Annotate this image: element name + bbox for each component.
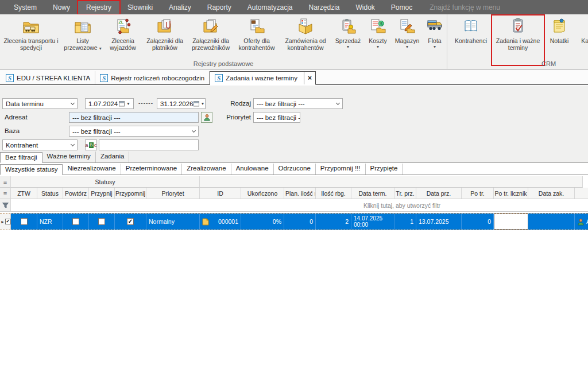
menu-item-system[interactable]: System xyxy=(6,1,45,14)
calendar-picker-icon[interactable]: ▼ xyxy=(194,100,205,107)
column-header-przypomnij[interactable]: Przypomnij xyxy=(115,188,146,199)
dropdown-arrow-icon: ▾ xyxy=(406,44,408,49)
cell-plan-ilosc[interactable]: 0 xyxy=(284,214,316,230)
column-header-przypnij[interactable]: Przypnij xyxy=(89,188,115,199)
ribbon-button-koszty[interactable]: $ Koszty ▾ xyxy=(364,15,392,60)
column-header-priorytet[interactable]: Priorytet xyxy=(146,188,200,199)
calendar-picker-icon[interactable]: ▼ xyxy=(119,100,130,107)
select-person-button[interactable] xyxy=(201,112,212,123)
status-tab-przypomnij[interactable]: Przypomnij !!! xyxy=(316,164,366,174)
menu-item-raporty[interactable]: Raporty xyxy=(199,1,239,14)
cell-ukonczono[interactable]: 0% xyxy=(241,214,284,230)
cell-ilosc-rbg[interactable]: 2 xyxy=(316,214,351,230)
status-tab-niezrealizowane[interactable]: Niezrealizowane xyxy=(63,164,121,174)
cell-id[interactable]: 000001 xyxy=(200,214,241,230)
rodzaj-combobox[interactable]: --- bez filtracji --- xyxy=(253,98,343,109)
ribbon-button-oferty[interactable]: Oferty dla kontrahentów xyxy=(234,15,279,60)
powtorz-checkbox[interactable] xyxy=(72,218,79,225)
ribbon-button-zlecenia-wyjazdow[interactable]: ZL Zlecenia wyjazdów xyxy=(103,15,142,60)
column-header-ztw[interactable]: ZTW xyxy=(11,188,37,199)
ribbon-button-zadania-wazne-terminy[interactable]: Zadania i ważne terminy xyxy=(492,15,544,65)
cell-tr-prz[interactable]: 1 xyxy=(394,214,416,230)
row-select-checkbox[interactable] xyxy=(5,219,11,224)
cell-przypomnij[interactable] xyxy=(115,214,146,230)
menu-item-narzedzia[interactable]: Narzędzia xyxy=(300,1,347,14)
column-header-po-tr[interactable]: Po tr. xyxy=(462,188,494,199)
column-header-status[interactable]: Status xyxy=(37,188,63,199)
column-header-id[interactable]: ID xyxy=(200,188,241,199)
column-header-data-term[interactable]: Data term. xyxy=(351,188,394,199)
ribbon-button-zalaczniki-platnikow[interactable]: Załączniki dla płatników xyxy=(142,15,187,60)
cell-powtorz[interactable] xyxy=(63,214,89,230)
column-header-ukonczono[interactable]: Ukończono xyxy=(241,188,284,199)
status-tab-anulowane[interactable]: Anulowane xyxy=(231,164,274,174)
baza-combobox[interactable]: --- bez filtracji --- xyxy=(69,126,199,137)
menu-item-widok[interactable]: Widok xyxy=(348,1,383,14)
dropdown-arrow-icon: ▾ xyxy=(434,44,436,49)
status-tab-odrzucone[interactable]: Odrzucone xyxy=(274,164,316,174)
text-search-mode-button[interactable]: aBc xyxy=(85,139,97,150)
attachments-carriers-icon xyxy=(202,17,220,36)
create-filter-hint[interactable]: Kliknij tutaj, aby utworzyć filtr xyxy=(319,199,485,212)
priorytet-combobox[interactable]: --- bez filtracji --- xyxy=(253,112,300,123)
menu-item-pomoc[interactable]: Pomoc xyxy=(383,1,420,14)
status-tab-przypiete[interactable]: Przypięte xyxy=(366,164,403,174)
adresat-input[interactable]: --- bez filtracji --- xyxy=(69,112,199,123)
close-tab-icon[interactable]: × xyxy=(304,72,315,84)
ribbon-button-kalendarz[interactable]: Kalendarz xyxy=(575,15,588,60)
cell-po-tr[interactable]: 0 xyxy=(462,214,494,230)
ribbon-button-zlecenia-transportu[interactable]: Zlecenia transportu i spedycji xyxy=(0,15,62,60)
status-tab-przeterminowane[interactable]: Przeterminowane xyxy=(121,164,182,174)
column-header-extra[interactable] xyxy=(575,188,588,199)
ribbon-button-zalaczniki-przewoznikow[interactable]: Załączniki dla przewoźników xyxy=(187,15,234,60)
menu-item-slowniki[interactable]: Słowniki xyxy=(119,1,161,14)
column-header-po-tr-licznik[interactable]: Po tr. licznik xyxy=(494,188,528,199)
cell-data-zak[interactable] xyxy=(528,214,575,230)
view-tab-wazne-terminy[interactable]: Ważne terminy xyxy=(42,152,96,162)
data-terminu-combobox[interactable]: Data terminu xyxy=(2,98,78,109)
cell-status[interactable]: NZR xyxy=(37,214,63,230)
date-to-input[interactable]: 31.12.2026 ▼ xyxy=(157,98,206,109)
ztw-checkbox[interactable] xyxy=(21,218,28,225)
ribbon-button-kontrahenci[interactable]: Kontrahenci xyxy=(450,15,492,60)
column-header-ilosc-rbg[interactable]: Ilość rbg. xyxy=(316,188,351,199)
ribbon-button-notatki[interactable]: Notatki xyxy=(544,15,575,60)
cell-ztw[interactable] xyxy=(11,214,37,230)
menu-item-rejestry[interactable]: Rejestry xyxy=(78,1,119,14)
menu-item-automatyzacja[interactable]: Automatyzacja xyxy=(239,1,301,14)
cell-po-tr-licznik[interactable] xyxy=(494,214,528,230)
ribbon-button-zamowienia[interactable]: Zamówienia od kontrahentów xyxy=(279,15,332,60)
column-header-powtorz[interactable]: Powtórz xyxy=(63,188,89,199)
cell-przypnij[interactable] xyxy=(89,214,115,230)
grid-filter-row[interactable]: Kliknij tutaj, aby utworzyć filtr xyxy=(0,199,588,212)
cell-priorytet[interactable]: Normalny xyxy=(146,214,200,230)
status-tab-zrealizowane[interactable]: Zrealizowane xyxy=(182,164,231,174)
table-row[interactable]: ► NZR Normalny 000001 0% 0 2 14.07.2025 … xyxy=(0,213,588,230)
tab-rejestr-rozliczen[interactable]: S Rejestr rozliczeń roboczogodzin xyxy=(95,71,210,84)
cell-data-prz[interactable]: 13.07.2025 xyxy=(416,214,462,230)
cell-adresat[interactable]: A xyxy=(575,214,588,230)
view-tab-bez-filtracji[interactable]: Bez filtracji xyxy=(0,152,42,163)
tab-zadania-wazne-terminy[interactable]: S Zadania i ważne terminy × xyxy=(210,71,316,85)
kontrahent-input[interactable] xyxy=(99,139,199,150)
column-header-plan-ilosc[interactable]: Plan. ilość rbg xyxy=(284,188,316,199)
ribbon-button-sprzedaz[interactable]: Sprzedaż ▾ xyxy=(332,15,364,60)
column-header-data-prz[interactable]: Data prz. xyxy=(416,188,462,199)
menu-item-nowy[interactable]: Nowy xyxy=(45,1,78,14)
band-statusy[interactable]: Statusy xyxy=(11,176,200,188)
ribbon-button-flota[interactable]: Flota ▾ xyxy=(423,15,447,60)
menu-search-input[interactable]: Znajdź funkcję w menu xyxy=(430,3,500,11)
przypomnij-checkbox[interactable] xyxy=(127,218,134,225)
tab-edu-strefa-klienta[interactable]: S EDU / STREFA KLIENTA xyxy=(1,71,95,84)
cell-data-term[interactable]: 14.07.2025 00:00 xyxy=(351,214,394,230)
view-tab-zadania[interactable]: Zadania xyxy=(96,152,130,162)
date-from-input[interactable]: 1.07.2024 ▼ xyxy=(85,98,134,109)
menu-item-analizy[interactable]: Analizy xyxy=(161,1,199,14)
status-tab-wszystkie[interactable]: Wszystkie statusy xyxy=(0,164,63,175)
kontrahent-combobox[interactable]: Kontrahent xyxy=(2,139,78,150)
column-header-data-zak[interactable]: Data zak. xyxy=(528,188,575,199)
column-header-tr-prz[interactable]: Tr. prz. xyxy=(394,188,416,199)
przypnij-checkbox[interactable] xyxy=(98,218,105,225)
ribbon-button-listy-przewozowe[interactable]: Listy przewozowe ▾ xyxy=(62,15,103,60)
ribbon-button-magazyn[interactable]: Magazyn ▾ xyxy=(392,15,423,60)
